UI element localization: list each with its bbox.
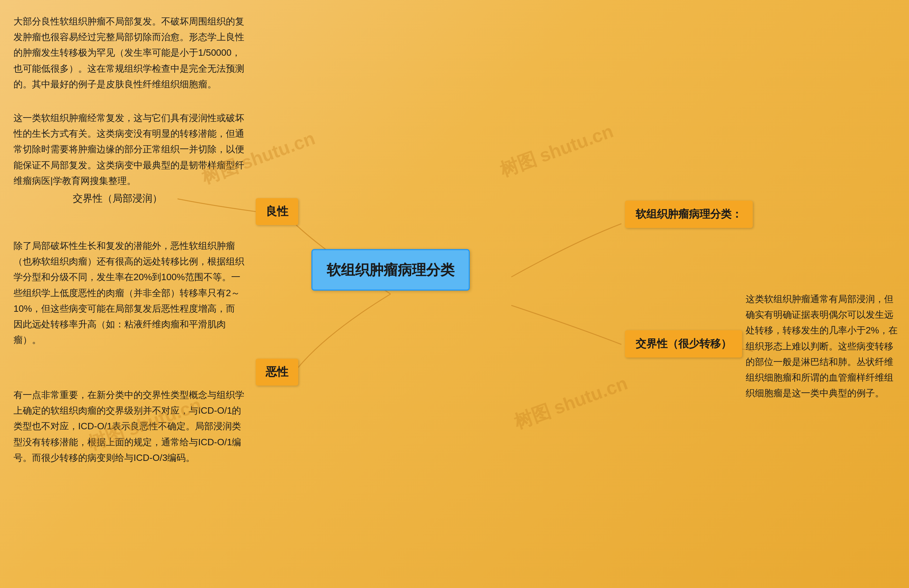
text-e-xing-sub: 有一点非常重要，在新分类中的交界性类型概念与组织学上确定的软组织肉瘤的交界级别并…	[13, 387, 244, 465]
central-node-label: 软组织肿瘤病理分类	[327, 262, 454, 278]
text-right-jiaojie-desc-content: 这类软组织肿瘤通常有局部浸润，但确实有明确证据表明偶尔可以发生远处转移，转移发生…	[746, 294, 898, 398]
branch-right-top: 软组织肿瘤病理分类：	[625, 200, 753, 228]
branch-liang-xing-label: 良性	[266, 205, 288, 218]
text-right-jiaojie-desc: 这类软组织肿瘤通常有局部浸润，但确实有明确证据表明偶尔可以发生远处转移，转移发生…	[746, 291, 898, 401]
branch-e-xing-label: 恶性	[266, 365, 288, 378]
text-liang-xing-top: 大部分良性软组织肿瘤不局部复发。不破坏周围组织的复发肿瘤也很容易经过完整局部切除…	[13, 13, 244, 92]
central-node: 软组织肿瘤病理分类	[312, 249, 470, 291]
text-e-xing-sub-content: 有一点非常重要，在新分类中的交界性类型概念与组织学上确定的软组织肉瘤的交界级别并…	[13, 389, 244, 463]
text-e-xing-desc-content: 除了局部破坏性生长和复发的潜能外，恶性软组织肿瘤（也称软组织肉瘤）还有很高的远处…	[13, 241, 244, 345]
watermark-4: 树图 shutu.cn	[510, 371, 631, 435]
branch-right-jiaojie-label: 交界性（很少转移）	[636, 338, 731, 349]
branch-right-jiaojie: 交界性（很少转移）	[625, 330, 742, 357]
branch-liang-xing: 良性	[256, 198, 298, 225]
text-liang-xing-top-content: 大部分良性软组织肿瘤不局部复发。不破坏周围组织的复发肿瘤也很容易经过完整局部切除…	[13, 16, 244, 89]
text-e-xing-desc: 除了局部破坏性生长和复发的潜能外，恶性软组织肿瘤（也称软组织肉瘤）还有很高的远处…	[13, 238, 244, 347]
text-liang-xing-sub: 这一类软组织肿瘤经常复发，这与它们具有浸润性或破坏性的生长方式有关。这类病变没有…	[13, 110, 244, 189]
branch-right-top-label: 软组织肿瘤病理分类：	[636, 208, 742, 220]
sub-label-text: 交界性（局部浸润）	[73, 193, 162, 204]
sub-label-jiaojie-jubu: 交界性（局部浸润）	[73, 192, 162, 205]
branch-e-xing: 恶性	[256, 359, 298, 386]
watermark-2: 树图 shutu.cn	[496, 119, 617, 183]
text-liang-xing-sub-content: 这一类软组织肿瘤经常复发，这与它们具有浸润性或破坏性的生长方式有关。这类病变没有…	[13, 113, 244, 186]
